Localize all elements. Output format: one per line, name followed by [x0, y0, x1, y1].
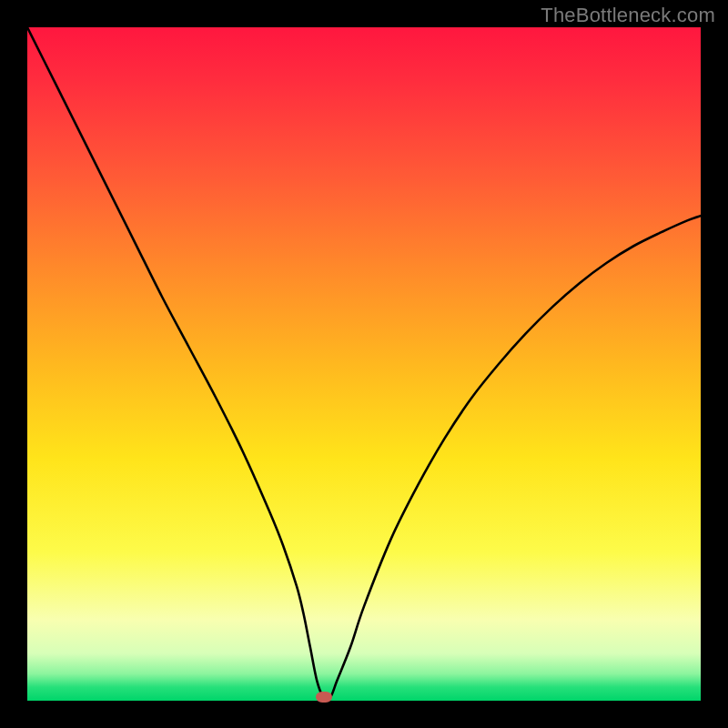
watermark-text: TheBottleneck.com — [541, 4, 715, 27]
chart-frame: TheBottleneck.com — [0, 0, 728, 728]
bottleneck-curve — [27, 27, 701, 701]
plot-area — [27, 27, 701, 701]
optimal-marker — [316, 692, 332, 703]
